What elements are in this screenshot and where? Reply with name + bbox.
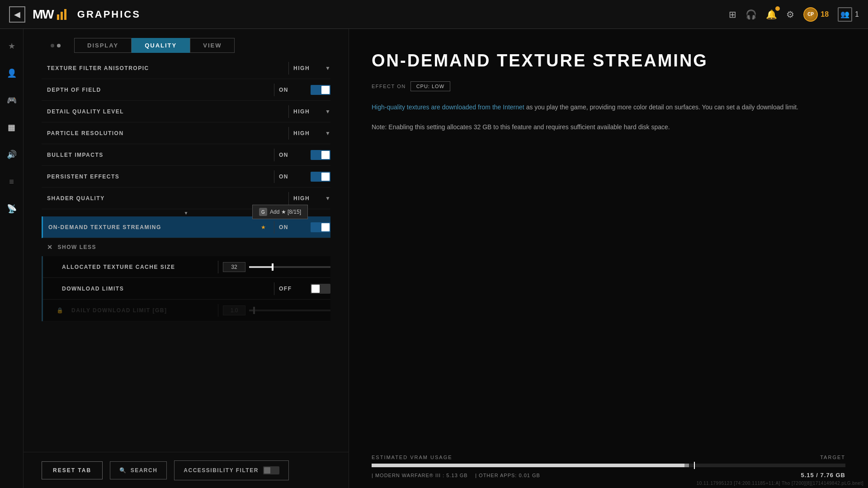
page-title: GRAPHICS bbox=[77, 9, 141, 20]
info-note: Note: Enabling this setting allocates 32… bbox=[372, 122, 845, 133]
bullet-impacts-toggle[interactable] bbox=[311, 150, 330, 160]
sidebar-audio-icon[interactable]: 🔊 bbox=[4, 146, 20, 163]
logo-text: MW bbox=[33, 7, 53, 22]
texture-streaming-toggle[interactable] bbox=[311, 222, 330, 232]
search-button[interactable]: 🔍 SEARCH bbox=[110, 461, 167, 479]
divider bbox=[288, 105, 289, 118]
texture-cache-slider-container: 32 bbox=[223, 262, 330, 272]
dropdown-arrow: ▼ bbox=[325, 195, 330, 202]
daily-limit-label: DAILY DOWNLOAD LIMIT [GB] bbox=[66, 307, 213, 314]
vram-total: 5.15 / 7.76 GB bbox=[801, 472, 845, 479]
texture-cache-track[interactable] bbox=[249, 266, 330, 268]
description-highlight: High-quality textures are downloaded fro… bbox=[372, 103, 524, 111]
effect-badge: CPU: LOW bbox=[410, 81, 450, 91]
persistent-effects-label: PERSISTENT EFFECTS bbox=[42, 174, 269, 180]
divider bbox=[274, 221, 274, 234]
setting-persistent-effects[interactable]: PERSISTENT EFFECTS ON bbox=[42, 166, 330, 188]
divider bbox=[288, 62, 289, 75]
texture-filter-label: TEXTURE FILTER ANISOTROPIC bbox=[42, 65, 284, 71]
setting-depth-of-field[interactable]: DEPTH OF FIELD ON bbox=[42, 79, 330, 101]
topbar: ◀ MW GRAPHICS ⊞ 🎧 🔔 ⚙ CP 18 👥 1 bbox=[0, 0, 868, 29]
sidebar-person-icon[interactable]: 👤 bbox=[4, 65, 20, 81]
grid-icon[interactable]: ⊞ bbox=[729, 9, 736, 20]
tab-view[interactable]: VIEW bbox=[190, 38, 235, 53]
main-layout: ★ 👤 🎮 ▦ 🔊 ≡ 📡 DISPLAY QUALITY VIEW TEXTU… bbox=[0, 29, 868, 488]
texture-cache-value[interactable]: 32 bbox=[223, 262, 245, 272]
bell-icon[interactable]: 🔔 bbox=[766, 9, 777, 20]
daily-limit-value: 1.0 bbox=[223, 305, 245, 315]
sub-setting-texture-cache[interactable]: ALLOCATED TEXTURE CACHE SIZE 32 bbox=[43, 256, 330, 278]
bullet-impacts-label: BULLET IMPACTS bbox=[42, 152, 269, 158]
topbar-right: ⊞ 🎧 🔔 ⚙ CP 18 👥 1 bbox=[729, 7, 859, 22]
vram-labels-left: | MODERN WARFARE® III : 5.13 GB | OTHER … bbox=[372, 471, 540, 479]
coin-display[interactable]: CP 18 bbox=[803, 7, 829, 22]
left-sidebar: ★ 👤 🎮 ▦ 🔊 ≡ 📡 bbox=[0, 29, 24, 488]
divider bbox=[274, 149, 274, 161]
setting-shader-quality[interactable]: SHADER QUALITY HIGH ▼ G Add ★ [8/15] bbox=[42, 188, 330, 209]
vram-mw3-bar bbox=[372, 464, 684, 467]
tab-display[interactable]: DISPLAY bbox=[74, 38, 132, 53]
vram-header: ESTIMATED VRAM USAGE TARGET bbox=[372, 455, 845, 460]
persistent-effects-toggle[interactable] bbox=[311, 172, 330, 182]
tooltip-controller-icon: G bbox=[259, 208, 267, 216]
sidebar-graphics-icon[interactable]: ▦ bbox=[4, 119, 20, 136]
setting-texture-streaming[interactable]: ON-DEMAND TEXTURE STREAMING ★ ON bbox=[42, 216, 330, 238]
sidebar-network-icon[interactable]: 📡 bbox=[4, 201, 20, 217]
setting-bullet-impacts[interactable]: BULLET IMPACTS ON bbox=[42, 144, 330, 166]
vram-target-label: TARGET bbox=[820, 455, 845, 460]
tabs-row: DISPLAY QUALITY VIEW bbox=[24, 29, 349, 57]
texture-cache-fill bbox=[249, 266, 272, 268]
texture-filter-value: HIGH bbox=[293, 65, 321, 71]
depth-of-field-toggle[interactable] bbox=[311, 85, 330, 95]
vram-details: | MODERN WARFARE® III : 5.13 GB | OTHER … bbox=[372, 471, 845, 479]
dropdown-arrow: ▼ bbox=[325, 130, 330, 136]
divider bbox=[274, 282, 274, 295]
tab-dots bbox=[51, 44, 61, 47]
show-less-row[interactable]: ✕ SHOW LESS bbox=[42, 238, 330, 256]
divider bbox=[274, 170, 274, 183]
coin-icon: CP bbox=[803, 7, 818, 22]
vram-other-label: | OTHER APPS: 0.01 GB bbox=[475, 473, 540, 478]
setting-detail-quality[interactable]: DETAIL QUALITY LEVEL HIGH ▼ bbox=[42, 101, 330, 122]
info-panel: ON-DEMAND TEXTURE STREAMING EFFECT ON CP… bbox=[349, 29, 868, 488]
sidebar-star-icon[interactable]: ★ bbox=[4, 38, 20, 54]
headset-icon[interactable]: 🎧 bbox=[745, 9, 757, 20]
logo-bar-3 bbox=[64, 9, 66, 20]
texture-streaming-star[interactable]: ★ bbox=[261, 224, 266, 230]
sidebar-ui-icon[interactable]: ≡ bbox=[4, 174, 20, 190]
add-favorite-tooltip[interactable]: G Add ★ [8/15] bbox=[252, 205, 308, 219]
persistent-effects-value: ON bbox=[279, 174, 306, 180]
reset-tab-button[interactable]: RESET TAB bbox=[42, 461, 103, 479]
info-title: ON-DEMAND TEXTURE STREAMING bbox=[372, 52, 845, 70]
logo-bar-2 bbox=[61, 12, 63, 20]
setting-particle-resolution[interactable]: PARTICLE RESOLUTION HIGH ▼ bbox=[42, 122, 330, 144]
divider bbox=[274, 84, 274, 96]
back-button[interactable]: ◀ bbox=[9, 6, 25, 23]
download-limits-toggle[interactable] bbox=[311, 284, 330, 294]
dropdown-arrow: ▼ bbox=[325, 65, 330, 71]
vram-other-bar bbox=[684, 464, 689, 467]
divider bbox=[288, 192, 289, 205]
friends-icon: 👥 bbox=[838, 7, 852, 22]
divider bbox=[218, 261, 218, 273]
accessibility-label: ACCESSIBILITY FILTER bbox=[184, 467, 259, 474]
friends-display[interactable]: 👥 1 bbox=[838, 7, 859, 22]
detail-quality-label: DETAIL QUALITY LEVEL bbox=[42, 108, 284, 115]
particle-resolution-label: PARTICLE RESOLUTION bbox=[42, 130, 284, 136]
gear-icon[interactable]: ⚙ bbox=[786, 9, 794, 20]
texture-cache-thumb bbox=[272, 263, 274, 271]
shader-quality-value: HIGH bbox=[293, 195, 321, 202]
daily-limit-track bbox=[249, 310, 330, 311]
accessibility-button[interactable]: ACCESSIBILITY FILTER bbox=[174, 460, 289, 480]
lock-icon: 🔒 bbox=[57, 307, 63, 314]
sub-setting-download-limits[interactable]: DOWNLOAD LIMITS OFF bbox=[43, 278, 330, 300]
tab-dot-1 bbox=[51, 44, 54, 47]
vram-label: ESTIMATED VRAM USAGE bbox=[372, 455, 453, 460]
sidebar-controller-icon[interactable]: 🎮 bbox=[4, 92, 20, 108]
setting-texture-filter[interactable]: TEXTURE FILTER ANISOTROPIC HIGH ▼ bbox=[42, 57, 330, 79]
accessibility-toggle[interactable] bbox=[263, 466, 279, 474]
vram-mw3-label: | MODERN WARFARE® III : 5.13 GB bbox=[372, 473, 468, 478]
topbar-left: ◀ MW GRAPHICS bbox=[9, 6, 141, 23]
tab-quality[interactable]: QUALITY bbox=[132, 38, 190, 53]
daily-limit-slider-container: 1.0 bbox=[223, 305, 330, 315]
